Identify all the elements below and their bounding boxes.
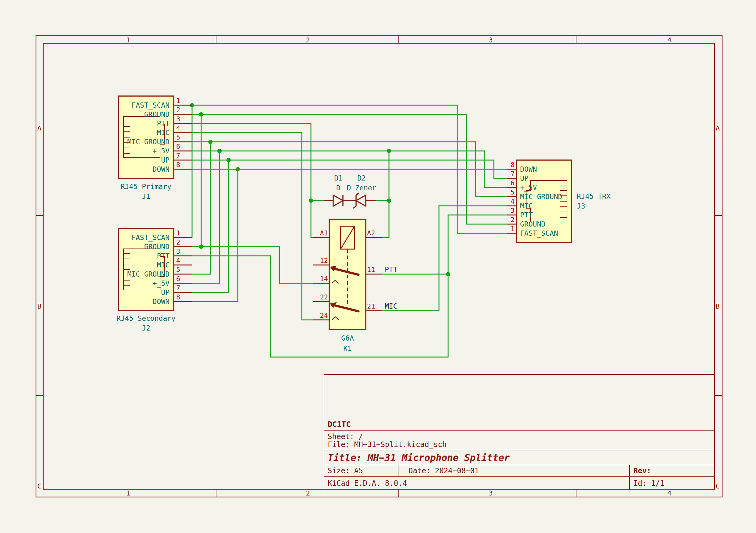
pin-name: +_5V	[153, 147, 170, 155]
pin-number: 5	[511, 188, 515, 196]
zone-col-label: 2	[306, 490, 310, 497]
pin-number: 7	[511, 170, 515, 178]
pin-number: 1	[176, 97, 180, 104]
pin-number: 2	[176, 106, 180, 114]
j1-value[interactable]: RJ45 Primary	[121, 182, 171, 191]
pin-name: +_5V	[520, 183, 537, 192]
pin-number: 3	[176, 115, 180, 123]
pin-number: 5	[176, 266, 180, 273]
zone-col-label: 1	[126, 36, 130, 44]
zone-row-label: B	[716, 302, 719, 310]
pin-name: MIC	[157, 261, 170, 269]
title-block-file: File: MH−31−Split.kicad_sch	[328, 440, 446, 449]
pin-number: 7	[176, 284, 180, 292]
pin-name: MIC_GROUND	[520, 193, 562, 201]
net-label-ptt[interactable]: PTT	[385, 266, 397, 273]
pin-name: PTT	[520, 211, 533, 219]
pin-number: 8	[511, 161, 515, 169]
zone-col-label: 4	[667, 36, 671, 44]
schematic-canvas[interactable]: 1 2 3 4 1 2 3 4 A B C A B C	[0, 0, 756, 533]
zone-col-label: 4	[667, 490, 671, 497]
pin-name: MIC_GROUND	[127, 138, 170, 146]
j2-value[interactable]: RJ45 Secondary	[117, 314, 176, 322]
title-block-title: Title: MH−31 Microphone Splitter	[328, 452, 510, 463]
pin-number: 8	[176, 293, 180, 301]
connector-j1: FAST_SCAN GROUND PTT MIC MIC_GROUND +_5V…	[119, 96, 192, 200]
pin-name: GROUND	[520, 220, 545, 228]
title-block-company: DC1TC	[328, 420, 351, 429]
j3-reference[interactable]: J3	[577, 202, 585, 210]
title-block-id: Id: 1/1	[634, 479, 664, 488]
d1-reference[interactable]: D1	[334, 174, 343, 182]
pin-name: +_5V	[153, 279, 170, 288]
pin-number: A2	[367, 229, 375, 237]
title-block: DC1TC Sheet: / File: MH−31−Split.kicad_s…	[324, 375, 715, 490]
title-block-rev: Rev:	[634, 466, 651, 475]
connector-j2: FAST_SCAN GROUND PTT MIC MIC_GROUND +_5V…	[117, 228, 192, 332]
k1-body[interactable]	[329, 219, 366, 329]
j3-value[interactable]: RJ45 TRX	[577, 192, 610, 200]
j2-reference[interactable]: J2	[142, 324, 150, 332]
zone-col-label: 2	[306, 36, 310, 44]
pin-number: 1	[176, 229, 180, 237]
pin-name: MIC_GROUND	[127, 270, 170, 278]
title-block-lines	[324, 375, 715, 490]
pin-number: 4	[511, 198, 515, 205]
zone-col-label: 3	[489, 36, 493, 44]
pin-name: DOWN	[520, 165, 537, 173]
pin-number: 7	[176, 152, 180, 159]
net-label-mic[interactable]: MIC	[385, 302, 397, 310]
pin-number: 4	[176, 257, 180, 265]
diode-icon[interactable]	[333, 195, 343, 206]
zone-row-label: A	[37, 125, 41, 132]
pin-number: 1	[511, 225, 515, 233]
wire-5v-a2[interactable]	[382, 151, 389, 238]
pin-name: UP	[161, 156, 170, 164]
d2-value[interactable]: D_Zener	[347, 184, 376, 192]
title-block-size: Size: A5	[328, 466, 363, 475]
pin-number: 14	[320, 275, 328, 283]
pin-number: 6	[511, 179, 515, 187]
pin-name: UP	[161, 289, 170, 296]
d1-value[interactable]: D	[336, 184, 340, 192]
wire-down-j2[interactable]	[192, 169, 238, 301]
pin-number: 21	[367, 302, 375, 310]
j1-reference[interactable]: J1	[142, 192, 150, 200]
pin-name: MIC	[157, 129, 170, 137]
title-block-sheet: Sheet: /	[328, 433, 363, 441]
wire-mic-relay21[interactable]	[382, 206, 507, 311]
pin-number: 12	[320, 257, 328, 265]
zone-col-label: 1	[126, 490, 130, 497]
d2-reference[interactable]: D2	[357, 174, 366, 182]
pin-name: DOWN	[153, 297, 170, 305]
pin-number: 11	[367, 266, 375, 273]
k1-value[interactable]: G6A	[341, 334, 354, 342]
zone-col-label: 3	[489, 490, 493, 497]
relay-k1: A1 12 14 22 24 A2 11 21 G6A K1	[313, 219, 382, 352]
pin-number: 2	[511, 216, 515, 223]
connector-j3: DOWN UP +_5V MIC_GROUND MIC PTT GROUND F…	[507, 160, 610, 242]
pin-number: 2	[176, 238, 180, 246]
pin-name: PTT	[157, 252, 170, 260]
pin-name: MIC	[520, 202, 533, 210]
pin-name: PTT	[157, 120, 170, 127]
pin-name: FAST_SCAN	[520, 229, 558, 238]
pin-number: 4	[176, 125, 180, 132]
pin-name: DOWN	[153, 165, 170, 173]
pin-name: UP	[520, 174, 528, 182]
pin-name: FAST_SCAN	[131, 234, 170, 242]
diode-d2: D2 D_Zener	[347, 174, 376, 208]
pin-number: 6	[176, 143, 180, 150]
k1-reference[interactable]: K1	[343, 345, 352, 352]
pin-number: 6	[176, 275, 180, 283]
pin-number: 22	[320, 293, 328, 301]
pin-number: A1	[320, 229, 328, 237]
wire-5v-j2[interactable]	[192, 151, 220, 283]
title-block-date: Date: 2024−08−01	[409, 466, 479, 475]
zener-diode-icon[interactable]	[356, 195, 366, 206]
pin-name: GROUND	[144, 243, 170, 251]
pin-number: 3	[511, 207, 515, 214]
zone-row-label: C	[37, 482, 41, 490]
pin-number: 24	[320, 312, 328, 319]
title-block-tool: KiCad E.D.A. 8.0.4	[328, 479, 407, 488]
